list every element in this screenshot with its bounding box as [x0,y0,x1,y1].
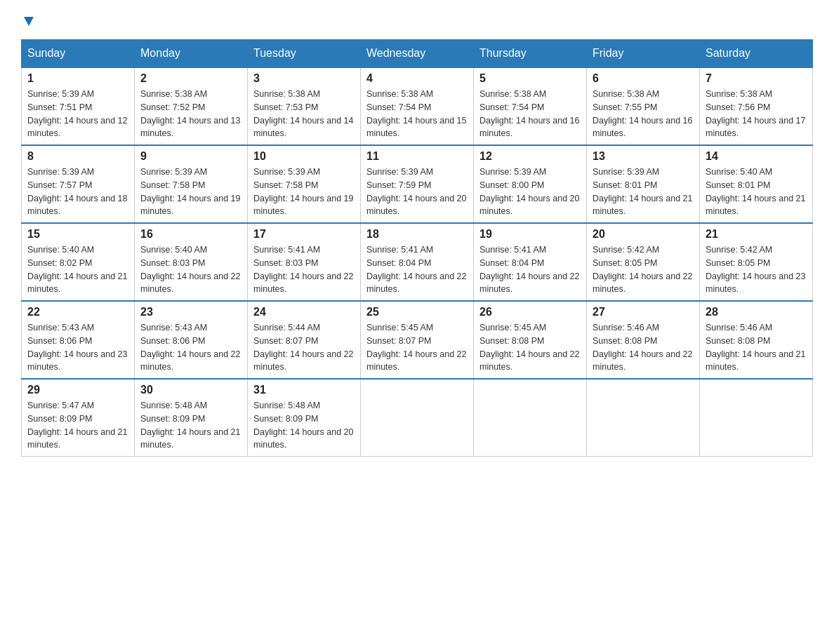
day-info: Sunrise: 5:42 AMSunset: 8:05 PMDaylight:… [706,243,807,296]
day-info: Sunrise: 5:40 AMSunset: 8:03 PMDaylight:… [140,243,241,296]
day-number: 27 [593,306,694,318]
day-info: Sunrise: 5:47 AMSunset: 8:09 PMDaylight:… [27,399,128,452]
day-number: 16 [140,228,241,241]
calendar-cell: 11Sunrise: 5:39 AMSunset: 7:59 PMDayligh… [361,145,474,223]
day-info: Sunrise: 5:39 AMSunset: 7:58 PMDaylight:… [140,166,241,218]
calendar-cell: 28Sunrise: 5:46 AMSunset: 8:08 PMDayligh… [700,301,813,379]
calendar-cell: 13Sunrise: 5:39 AMSunset: 8:01 PMDayligh… [587,145,700,223]
day-info: Sunrise: 5:44 AMSunset: 8:07 PMDaylight:… [253,321,355,374]
calendar-cell: 8Sunrise: 5:39 AMSunset: 7:57 PMDaylight… [22,145,135,223]
calendar-cell: 29Sunrise: 5:47 AMSunset: 8:09 PMDayligh… [22,379,135,457]
calendar-table: SundayMondayTuesdayWednesdayThursdayFrid… [21,39,813,457]
svg-marker-0 [24,17,34,26]
day-info: Sunrise: 5:38 AMSunset: 7:54 PMDaylight:… [479,88,581,140]
calendar-week-row: 8Sunrise: 5:39 AMSunset: 7:57 PMDaylight… [22,145,813,223]
calendar-cell: 20Sunrise: 5:42 AMSunset: 8:05 PMDayligh… [587,223,700,301]
day-number: 29 [27,384,128,396]
calendar-cell: 18Sunrise: 5:41 AMSunset: 8:04 PMDayligh… [361,223,474,301]
calendar-day-header: Thursday [474,40,587,68]
day-number: 21 [706,228,807,241]
day-number: 28 [706,306,807,318]
calendar-day-header: Monday [135,40,248,68]
day-info: Sunrise: 5:43 AMSunset: 8:06 PMDaylight:… [27,321,128,374]
calendar-day-header: Tuesday [248,40,361,68]
calendar-cell: 15Sunrise: 5:40 AMSunset: 8:02 PMDayligh… [22,223,135,301]
calendar-cell: 27Sunrise: 5:46 AMSunset: 8:08 PMDayligh… [587,301,700,379]
day-info: Sunrise: 5:40 AMSunset: 8:01 PMDaylight:… [706,166,807,218]
day-info: Sunrise: 5:38 AMSunset: 7:55 PMDaylight:… [593,88,694,140]
calendar-week-row: 15Sunrise: 5:40 AMSunset: 8:02 PMDayligh… [22,223,813,301]
calendar-cell: 4Sunrise: 5:38 AMSunset: 7:54 PMDaylight… [361,67,474,145]
day-number: 6 [593,72,694,85]
day-info: Sunrise: 5:39 AMSunset: 8:00 PMDaylight:… [479,166,581,218]
day-number: 18 [366,228,468,241]
day-number: 3 [253,72,355,85]
calendar-cell: 7Sunrise: 5:38 AMSunset: 7:56 PMDaylight… [700,67,813,145]
calendar-cell: 6Sunrise: 5:38 AMSunset: 7:55 PMDaylight… [587,67,700,145]
calendar-cell [361,379,474,457]
calendar-cell: 17Sunrise: 5:41 AMSunset: 8:03 PMDayligh… [248,223,361,301]
day-number: 5 [479,72,581,85]
day-info: Sunrise: 5:45 AMSunset: 8:08 PMDaylight:… [479,321,581,374]
day-number: 14 [706,150,807,163]
day-number: 12 [479,150,581,163]
day-info: Sunrise: 5:38 AMSunset: 7:56 PMDaylight:… [706,88,807,140]
calendar-cell: 1Sunrise: 5:39 AMSunset: 7:51 PMDaylight… [22,67,135,145]
page-header [21,14,813,32]
calendar-day-header: Saturday [700,40,813,68]
day-info: Sunrise: 5:38 AMSunset: 7:52 PMDaylight:… [140,88,241,140]
calendar-week-row: 29Sunrise: 5:47 AMSunset: 8:09 PMDayligh… [22,379,813,457]
day-info: Sunrise: 5:42 AMSunset: 8:05 PMDaylight:… [593,243,694,296]
calendar-cell: 23Sunrise: 5:43 AMSunset: 8:06 PMDayligh… [135,301,248,379]
day-number: 20 [593,228,694,241]
day-info: Sunrise: 5:39 AMSunset: 7:51 PMDaylight:… [27,88,128,140]
calendar-cell [474,379,587,457]
calendar-day-header: Friday [587,40,700,68]
day-info: Sunrise: 5:38 AMSunset: 7:53 PMDaylight:… [253,88,355,140]
day-info: Sunrise: 5:46 AMSunset: 8:08 PMDaylight:… [706,321,807,374]
day-info: Sunrise: 5:39 AMSunset: 8:01 PMDaylight:… [593,166,694,218]
day-number: 31 [253,384,355,396]
logo [21,14,37,32]
calendar-cell: 14Sunrise: 5:40 AMSunset: 8:01 PMDayligh… [700,145,813,223]
calendar-cell: 19Sunrise: 5:41 AMSunset: 8:04 PMDayligh… [474,223,587,301]
day-info: Sunrise: 5:39 AMSunset: 7:57 PMDaylight:… [27,166,128,218]
calendar-cell: 9Sunrise: 5:39 AMSunset: 7:58 PMDaylight… [135,145,248,223]
day-number: 7 [706,72,807,85]
calendar-cell: 10Sunrise: 5:39 AMSunset: 7:58 PMDayligh… [248,145,361,223]
calendar-cell: 24Sunrise: 5:44 AMSunset: 8:07 PMDayligh… [248,301,361,379]
day-number: 30 [140,384,241,396]
day-number: 23 [140,306,241,318]
logo-arrow-icon [21,14,37,32]
day-info: Sunrise: 5:39 AMSunset: 7:59 PMDaylight:… [366,166,468,218]
calendar-cell [587,379,700,457]
day-number: 10 [253,150,355,163]
day-number: 8 [27,150,128,163]
calendar-cell: 12Sunrise: 5:39 AMSunset: 8:00 PMDayligh… [474,145,587,223]
day-info: Sunrise: 5:40 AMSunset: 8:02 PMDaylight:… [27,243,128,296]
calendar-day-header: Wednesday [361,40,474,68]
day-number: 9 [140,150,241,163]
day-number: 11 [366,150,468,163]
day-number: 2 [140,72,241,85]
day-number: 24 [253,306,355,318]
day-info: Sunrise: 5:39 AMSunset: 7:58 PMDaylight:… [253,166,355,218]
day-number: 4 [366,72,468,85]
calendar-cell: 26Sunrise: 5:45 AMSunset: 8:08 PMDayligh… [474,301,587,379]
day-info: Sunrise: 5:43 AMSunset: 8:06 PMDaylight:… [140,321,241,374]
calendar-cell [700,379,813,457]
day-info: Sunrise: 5:41 AMSunset: 8:04 PMDaylight:… [366,243,468,296]
calendar-cell: 22Sunrise: 5:43 AMSunset: 8:06 PMDayligh… [22,301,135,379]
calendar-cell: 16Sunrise: 5:40 AMSunset: 8:03 PMDayligh… [135,223,248,301]
day-number: 17 [253,228,355,241]
day-number: 15 [27,228,128,241]
calendar-week-row: 1Sunrise: 5:39 AMSunset: 7:51 PMDaylight… [22,67,813,145]
day-info: Sunrise: 5:38 AMSunset: 7:54 PMDaylight:… [366,88,468,140]
day-number: 1 [27,72,128,85]
calendar-cell: 31Sunrise: 5:48 AMSunset: 8:09 PMDayligh… [248,379,361,457]
calendar-cell: 21Sunrise: 5:42 AMSunset: 8:05 PMDayligh… [700,223,813,301]
calendar-cell: 3Sunrise: 5:38 AMSunset: 7:53 PMDaylight… [248,67,361,145]
day-number: 26 [479,306,581,318]
day-info: Sunrise: 5:48 AMSunset: 8:09 PMDaylight:… [140,399,241,452]
day-info: Sunrise: 5:48 AMSunset: 8:09 PMDaylight:… [253,399,355,452]
